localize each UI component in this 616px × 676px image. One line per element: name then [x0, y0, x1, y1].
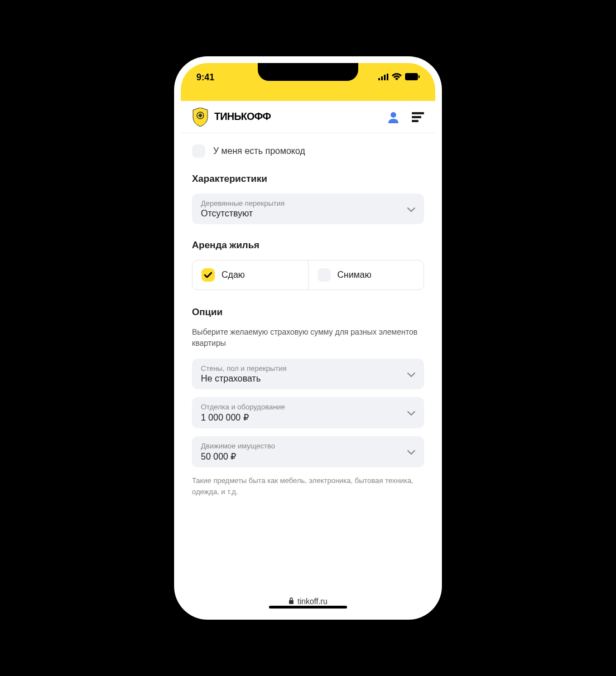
svg-rect-9: [412, 116, 421, 118]
svg-rect-4: [405, 73, 418, 80]
movable-property-label: Движимое имущество: [201, 442, 275, 450]
svg-rect-10: [412, 120, 418, 122]
wooden-floors-label: Деревянные перекрытия: [201, 199, 285, 207]
header-actions: [387, 111, 424, 123]
svg-rect-0: [378, 78, 380, 80]
walls-dropdown[interactable]: Стены, пол и перекрытия Не страховать: [192, 359, 424, 389]
rental-toggle-group: Сдаю Снимаю: [192, 260, 424, 290]
svg-rect-5: [418, 75, 420, 78]
phone-frame: 9:41 ТИНЬКОФФ: [174, 56, 442, 620]
signal-icon: [378, 73, 388, 83]
svg-rect-3: [387, 74, 388, 80]
movable-property-value: 50 000 ₽: [201, 451, 275, 462]
rental-rent-in-label: Снимаю: [338, 270, 372, 280]
checkbox-checked-icon: [201, 268, 215, 282]
finishing-dropdown[interactable]: Отделка и оборудование 1 000 000 ₽: [192, 397, 424, 428]
svg-rect-11: [289, 600, 293, 604]
rental-option-rent-in[interactable]: Снимаю: [308, 260, 424, 289]
promo-checkbox-row[interactable]: У меня есть промокод: [192, 144, 424, 158]
user-icon[interactable]: [387, 111, 400, 123]
rental-rent-out-label: Сдаю: [222, 270, 245, 280]
screen: 9:41 ТИНЬКОФФ: [181, 63, 435, 613]
finishing-value: 1 000 000 ₽: [201, 412, 285, 423]
home-indicator[interactable]: [269, 606, 347, 609]
chevron-down-icon: [407, 408, 415, 418]
wooden-floors-value: Отсутствуют: [201, 209, 285, 219]
chevron-down-icon: [407, 447, 415, 457]
promo-checkbox[interactable]: [192, 144, 205, 158]
brand-name: ТИНЬКОФФ: [214, 111, 271, 123]
wifi-icon: [392, 73, 402, 83]
status-indicators: [378, 73, 420, 83]
walls-value: Не страховать: [201, 374, 286, 384]
chevron-down-icon: [407, 204, 415, 214]
option-group: Стены, пол и перекрытия Не страховать От…: [192, 359, 424, 467]
browser-url: tinkoff.ru: [297, 597, 327, 606]
logo[interactable]: ТИНЬКОФФ: [192, 108, 271, 127]
movable-helper-text: Такие предметы быта как мебель, электрон…: [192, 475, 424, 497]
checkbox-unchecked-icon: [317, 268, 331, 282]
wooden-floors-dropdown[interactable]: Деревянные перекрытия Отсутствуют: [192, 194, 424, 224]
content[interactable]: У меня есть промокод Характеристики Дере…: [181, 133, 435, 590]
movable-property-dropdown[interactable]: Движимое имущество 50 000 ₽: [192, 436, 424, 467]
options-title: Опции: [192, 307, 424, 318]
menu-icon[interactable]: [412, 112, 424, 122]
app-header: ТИНЬКОФФ: [181, 101, 435, 133]
lock-icon: [288, 597, 294, 606]
svg-rect-2: [384, 75, 386, 80]
status-time: 9:41: [196, 73, 214, 83]
chevron-down-icon: [407, 369, 415, 379]
battery-icon: [405, 73, 420, 83]
rental-title: Аренда жилья: [192, 240, 424, 251]
browser-url-bar[interactable]: tinkoff.ru: [181, 590, 435, 613]
finishing-label: Отделка и оборудование: [201, 403, 285, 411]
logo-shield-icon: [192, 108, 209, 127]
rental-option-rent-out[interactable]: Сдаю: [192, 260, 308, 289]
promo-label: У меня есть промокод: [213, 146, 305, 156]
device-notch: [258, 63, 358, 81]
walls-label: Стены, пол и перекрытия: [201, 364, 286, 373]
svg-rect-8: [412, 112, 424, 114]
header-accent: [181, 92, 435, 101]
svg-rect-1: [381, 76, 383, 80]
characteristics-title: Характеристики: [192, 173, 424, 185]
options-subtitle: Выберите желаемую страховую сумму для ра…: [192, 327, 424, 349]
svg-point-7: [391, 112, 396, 118]
